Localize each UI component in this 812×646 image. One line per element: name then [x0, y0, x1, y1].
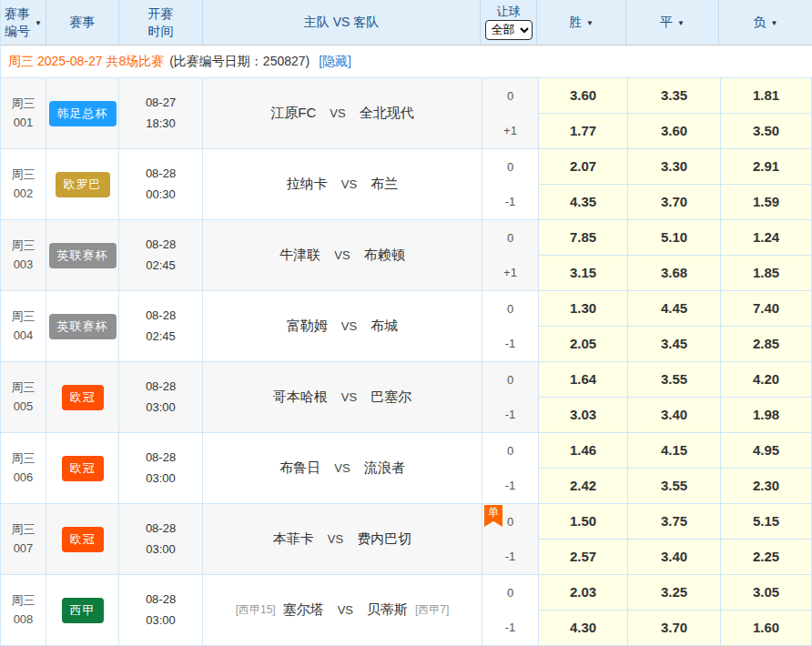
odds-draw[interactable]: 3.55: [628, 469, 721, 504]
odds-lose[interactable]: 5.15: [721, 504, 812, 540]
odds-line: 单01.503.755.15: [482, 504, 812, 540]
match-row: 周三004英联赛杯08-2802:45富勒姆VS布城01.304.457.40-…: [1, 291, 812, 362]
league-cell: 欧罗巴: [46, 149, 119, 219]
match-start-time: 03:00: [146, 469, 176, 489]
home-team: 哥本哈根: [273, 389, 328, 406]
odds-draw[interactable]: 4.45: [628, 291, 721, 327]
odds-lose[interactable]: 2.25: [721, 540, 812, 575]
odds-lose[interactable]: 1.24: [721, 220, 812, 256]
odds-lose[interactable]: 1.60: [721, 611, 812, 646]
odds-block: 07.855.101.24+13.153.681.85: [482, 220, 812, 290]
odds-draw[interactable]: 5.10: [628, 220, 721, 256]
odds-draw[interactable]: 3.45: [628, 327, 721, 362]
odds-lose[interactable]: 4.95: [721, 433, 812, 469]
odds-line: 02.073.302.91: [482, 149, 812, 185]
odds-win[interactable]: 7.85: [539, 220, 628, 256]
match-teams: 拉纳卡VS布兰: [203, 149, 482, 219]
odds-win[interactable]: 2.05: [539, 327, 628, 362]
match-number: 周三005: [1, 362, 46, 432]
match-row: 周三001韩足总杯08-2718:30江原FCVS全北现代03.603.351.…: [1, 78, 812, 149]
odds-win[interactable]: 1.64: [539, 362, 628, 398]
odds-win[interactable]: 2.57: [539, 540, 628, 575]
odds-draw[interactable]: 3.68: [628, 256, 721, 291]
odds-win[interactable]: 1.77: [539, 114, 628, 149]
vs-label: VS: [341, 177, 357, 191]
match-date: 08-27: [146, 93, 176, 113]
odds-lose[interactable]: 2.85: [721, 327, 812, 362]
hide-link[interactable]: [隐藏]: [319, 54, 351, 70]
away-team: 贝蒂斯: [367, 601, 408, 619]
odds-draw[interactable]: 3.30: [628, 149, 721, 185]
vs-label: VS: [334, 461, 350, 475]
match-time: 08-2800:30: [119, 149, 203, 219]
match-no: 005: [14, 398, 34, 417]
match-no: 001: [14, 114, 34, 133]
away-team: 布城: [370, 318, 398, 335]
match-row: 周三006欧冠08-2803:00布鲁日VS流浪者01.464.154.95-1…: [1, 433, 812, 504]
odds-draw[interactable]: 3.40: [628, 540, 721, 575]
match-time: 08-2803:00: [119, 362, 203, 432]
match-number: 周三007: [1, 504, 46, 574]
match-start-time: 02:45: [146, 256, 176, 276]
odds-draw[interactable]: 3.75: [628, 504, 721, 540]
odds-lose[interactable]: 1.59: [721, 185, 812, 220]
odds-block: 02.073.302.91-14.353.701.59: [482, 149, 812, 219]
odds-win[interactable]: 4.30: [539, 611, 628, 646]
odds-win[interactable]: 1.30: [539, 291, 628, 327]
match-row: 周三005欧冠08-2803:00哥本哈根VS巴塞尔01.643.554.20-…: [1, 362, 812, 433]
odds-line: 07.855.101.24: [482, 220, 812, 256]
match-day: 周三: [12, 308, 36, 327]
odds-lose[interactable]: 1.81: [721, 78, 812, 114]
odds-lose[interactable]: 1.85: [721, 256, 812, 291]
header-draw[interactable]: 平 ▼: [626, 0, 719, 45]
odds-win[interactable]: 2.42: [539, 469, 628, 504]
odds-lose[interactable]: 3.05: [721, 575, 812, 611]
odds-win[interactable]: 1.50: [539, 504, 628, 540]
odds-win[interactable]: 2.03: [539, 575, 628, 611]
odds-draw[interactable]: 3.60: [628, 114, 721, 149]
header-lose-label: 负: [754, 15, 766, 31]
odds-win[interactable]: 3.03: [539, 398, 628, 433]
home-team: 富勒姆: [287, 318, 328, 335]
match-day: 周三: [12, 95, 36, 114]
match-time: 08-2803:00: [119, 433, 203, 503]
odds-lose[interactable]: 2.30: [721, 469, 812, 504]
header-start-time-label: 开赛 时间: [148, 5, 174, 40]
odds-line: 02.033.253.05: [482, 575, 812, 611]
league-badge: 英联赛杯: [49, 314, 117, 339]
odds-draw[interactable]: 3.25: [628, 575, 721, 611]
vs-label: VS: [334, 248, 350, 262]
handicap-filter-select[interactable]: 全部: [485, 20, 533, 40]
odds-block: 单01.503.755.15-12.573.402.25: [482, 504, 812, 574]
header-lose[interactable]: 负 ▼: [719, 0, 812, 45]
odds-win[interactable]: 1.46: [539, 433, 628, 469]
odds-line: 01.643.554.20: [482, 362, 812, 398]
odds-lose[interactable]: 7.40: [721, 291, 812, 327]
odds-draw[interactable]: 3.35: [628, 78, 721, 114]
odds-draw[interactable]: 3.55: [628, 362, 721, 398]
odds-win[interactable]: 3.15: [539, 256, 628, 291]
match-time: 08-2802:45: [119, 291, 203, 361]
odds-lose[interactable]: 4.20: [721, 362, 812, 398]
odds-win[interactable]: 4.35: [539, 185, 628, 220]
match-row: 周三003英联赛杯08-2802:45牛津联VS布赖顿07.855.101.24…: [1, 220, 812, 291]
vs-label: VS: [338, 603, 353, 617]
odds-lose[interactable]: 1.98: [721, 398, 812, 433]
odds-draw[interactable]: 4.15: [628, 433, 721, 469]
odds-draw[interactable]: 3.70: [628, 611, 721, 646]
odds-draw[interactable]: 3.40: [628, 398, 721, 433]
handicap-cell: 0: [482, 78, 539, 114]
odds-draw[interactable]: 3.70: [628, 185, 721, 220]
away-team: 布赖顿: [364, 247, 405, 264]
match-date: 08-28: [146, 235, 176, 255]
match-date: 08-28: [146, 377, 176, 397]
odds-win[interactable]: 2.07: [539, 149, 628, 185]
odds-win[interactable]: 3.60: [539, 78, 628, 114]
match-no: 004: [14, 327, 34, 346]
header-win-label: 胜: [569, 15, 582, 31]
odds-lose[interactable]: 2.91: [721, 149, 812, 185]
handicap-cell: 0: [482, 575, 539, 611]
header-win[interactable]: 胜 ▼: [537, 0, 626, 45]
header-match-number[interactable]: 赛事 编号 ▼: [1, 0, 46, 45]
odds-lose[interactable]: 3.50: [721, 114, 812, 149]
